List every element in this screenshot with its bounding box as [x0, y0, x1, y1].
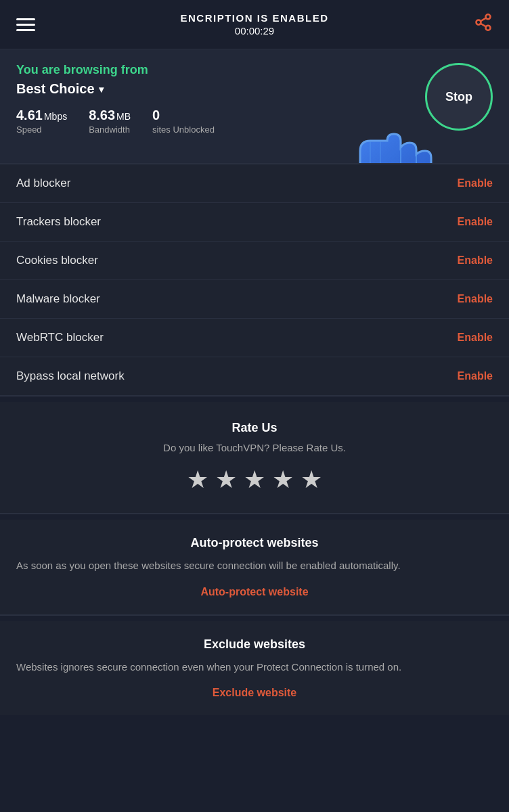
exclude-description: Websites ignores secure connection even … — [16, 660, 493, 675]
feature-enable-button[interactable]: Enable — [458, 254, 493, 267]
share-icon[interactable] — [474, 13, 493, 37]
feature-item: Ad blocker Enable — [0, 164, 509, 203]
exclude-title: Exclude websites — [16, 637, 493, 652]
feature-enable-button[interactable]: Enable — [458, 293, 493, 305]
feature-name: Trackers blocker — [16, 215, 101, 229]
feature-name: Bypass local network — [16, 369, 125, 383]
feature-enable-button[interactable]: Enable — [458, 216, 493, 228]
autoprotect-title: Auto-protect websites — [16, 536, 493, 550]
star-icon[interactable]: ★ — [244, 466, 265, 494]
bandwidth-stat: 8.63MB Bandwidth — [89, 108, 131, 135]
autoprotect-description: As soon as you open these websites secur… — [16, 558, 493, 574]
star-icon[interactable]: ★ — [215, 466, 237, 494]
connection-timer: 00:00:29 — [180, 25, 328, 37]
autoprotect-section: Auto-protect websites As soon as you ope… — [0, 520, 509, 616]
header-center: ENCRIPTION IS ENABLED 00:00:29 — [180, 12, 328, 37]
app-header: ENCRIPTION IS ENABLED 00:00:29 — [0, 0, 509, 49]
speed-label: Speed — [16, 125, 67, 135]
feature-item: WebRTC blocker Enable — [0, 319, 509, 357]
stats-row: 4.61Mbps Speed 8.63MB Bandwidth 0 sites … — [16, 108, 493, 135]
location-selector[interactable]: Best Choice ▾ — [16, 81, 493, 97]
speed-value: 4.61Mbps — [16, 108, 67, 123]
stop-button[interactable]: Stop — [425, 63, 493, 131]
location-name: Best Choice — [16, 81, 95, 97]
browsing-from-label: You are browsing from — [16, 63, 493, 77]
rate-us-section: Rate Us Do you like TouchVPN? Please Rat… — [0, 402, 509, 514]
autoprotect-link[interactable]: Auto-protect website — [16, 586, 493, 598]
feature-item: Bypass local network Enable — [0, 357, 509, 395]
star-icon[interactable]: ★ — [301, 466, 322, 494]
svg-line-4 — [481, 18, 486, 21]
chevron-down-icon: ▾ — [99, 84, 104, 95]
feature-item: Trackers blocker Enable — [0, 203, 509, 242]
menu-button[interactable] — [16, 18, 35, 31]
feature-name: WebRTC blocker — [16, 331, 104, 344]
speed-stat: 4.61Mbps Speed — [16, 108, 67, 135]
rate-us-subtitle: Do you like TouchVPN? Please Rate Us. — [16, 442, 493, 453]
sites-value: 0 — [152, 108, 215, 123]
star-icon[interactable]: ★ — [187, 466, 208, 494]
star-icon[interactable]: ★ — [272, 466, 294, 494]
exclude-section: Exclude websites Websites ignores secure… — [0, 621, 509, 716]
exclude-link[interactable]: Exclude website — [16, 687, 493, 699]
stop-button-container: Stop — [425, 63, 493, 131]
feature-item: Malware blocker Enable — [0, 280, 509, 319]
feature-enable-button[interactable]: Enable — [458, 370, 493, 382]
stars-row: ★★★★★ — [16, 466, 493, 494]
bandwidth-label: Bandwidth — [89, 125, 131, 135]
status-section: You are browsing from Best Choice ▾ 4.61… — [0, 49, 509, 164]
feature-name: Malware blocker — [16, 292, 100, 306]
bandwidth-value: 8.63MB — [89, 108, 131, 123]
feature-item: Cookies blocker Enable — [0, 242, 509, 280]
sites-stat: 0 sites Unblocked — [152, 108, 215, 135]
feature-enable-button[interactable]: Enable — [458, 177, 493, 189]
feature-list: Ad blocker Enable Trackers blocker Enabl… — [0, 164, 509, 397]
rate-us-title: Rate Us — [16, 421, 493, 435]
encryption-status: ENCRIPTION IS ENABLED — [180, 12, 328, 24]
sites-label: sites Unblocked — [152, 125, 215, 135]
svg-line-3 — [481, 23, 486, 26]
feature-enable-button[interactable]: Enable — [458, 332, 493, 344]
feature-name: Ad blocker — [16, 177, 70, 190]
feature-name: Cookies blocker — [16, 254, 98, 267]
